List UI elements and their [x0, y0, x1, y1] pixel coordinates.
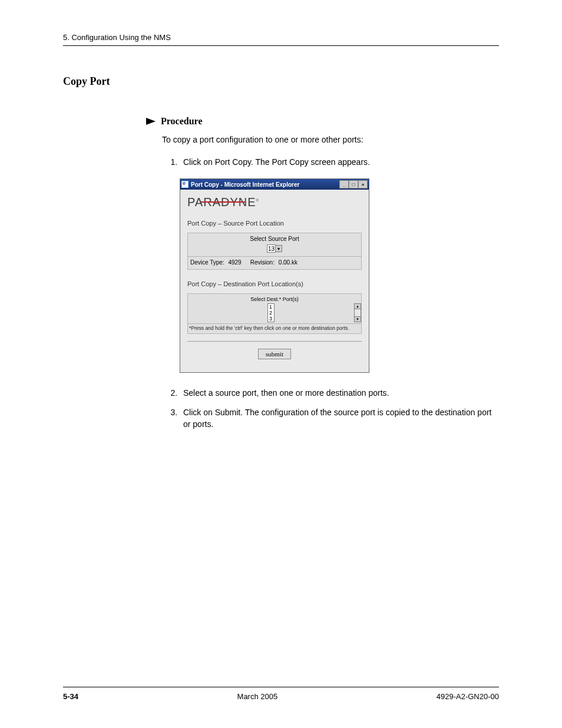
procedure-arrow-icon [146, 117, 156, 125]
section-title: Copy Port [63, 75, 499, 88]
scroll-down-icon[interactable]: ▼ [354, 316, 361, 322]
procedure-steps-top: Click on Port Copy. The Port Copy screen… [180, 156, 499, 168]
footer-date: March 2005 [237, 692, 278, 701]
procedure-steps-bottom: Select a source port, then one or more d… [180, 387, 499, 430]
port-copy-window: Port Copy - Microsoft Internet Explorer … [180, 178, 369, 373]
page-footer: 5-34 March 2005 4929-A2-GN20-00 [63, 687, 499, 701]
revision-value: 0.00.kk [279, 259, 297, 266]
minimize-button[interactable]: _ [339, 180, 349, 188]
step-2: Select a source port, then one or more d… [180, 387, 499, 399]
procedure-label: Procedure [161, 116, 203, 127]
procedure-intro: To copy a port configuration to one or m… [162, 135, 499, 144]
svg-marker-0 [146, 118, 156, 125]
doc-number: 4929-A2-GN20-00 [437, 692, 499, 701]
select-source-label: Select Source Port [188, 233, 361, 243]
device-info-row: Device Type: 4929 Revision: 0.00.kk [188, 256, 361, 269]
source-port-select[interactable]: 13 [267, 244, 276, 253]
window-title: Port Copy - Microsoft Internet Explorer [191, 181, 299, 188]
page-header: 5. Configuration Using the NMS [63, 33, 499, 46]
maximize-button[interactable]: □ [349, 180, 358, 188]
source-section-title: Port Copy – Source Port Location [187, 220, 362, 227]
chevron-down-icon[interactable]: ▼ [275, 245, 282, 252]
step-1: Click on Port Copy. The Port Copy screen… [180, 156, 499, 168]
scroll-up-icon[interactable]: ▲ [354, 303, 361, 309]
dest-section-title: Port Copy – Destination Port Location(s) [187, 280, 362, 287]
window-titlebar: Port Copy - Microsoft Internet Explorer … [180, 179, 369, 190]
revision-label: Revision: [250, 259, 275, 266]
ie-icon [181, 181, 189, 188]
page-number: 5-34 [63, 692, 78, 701]
select-dest-label: Select Dest.* Port(s) [188, 294, 361, 303]
dest-port-listbox[interactable]: 1 2 3 [267, 303, 275, 322]
source-panel: Select Source Port 13 ▼ Device Type: 492… [187, 233, 362, 270]
dest-option-1[interactable]: 1 [268, 304, 274, 310]
brand-logo: PARADYNE® [187, 196, 362, 209]
step-3: Click on Submit. The configuration of th… [180, 406, 499, 431]
dest-option-2[interactable]: 2 [268, 310, 274, 316]
device-type-label: Device Type: [190, 259, 224, 266]
divider [187, 341, 362, 342]
source-port-value: 13 [268, 246, 275, 252]
device-type-value: 4929 [228, 259, 241, 266]
close-button[interactable]: × [358, 180, 368, 188]
ctrl-hint: *Press and hold the 'ctrl' key then clic… [188, 323, 361, 333]
dest-panel: Select Dest.* Port(s) 1 2 3 ▲ ▼ *Press a… [187, 293, 362, 334]
submit-button[interactable]: submit [258, 349, 291, 359]
dest-option-3[interactable]: 3 [268, 316, 274, 322]
listbox-scrollbar[interactable]: ▲ ▼ [354, 303, 361, 322]
